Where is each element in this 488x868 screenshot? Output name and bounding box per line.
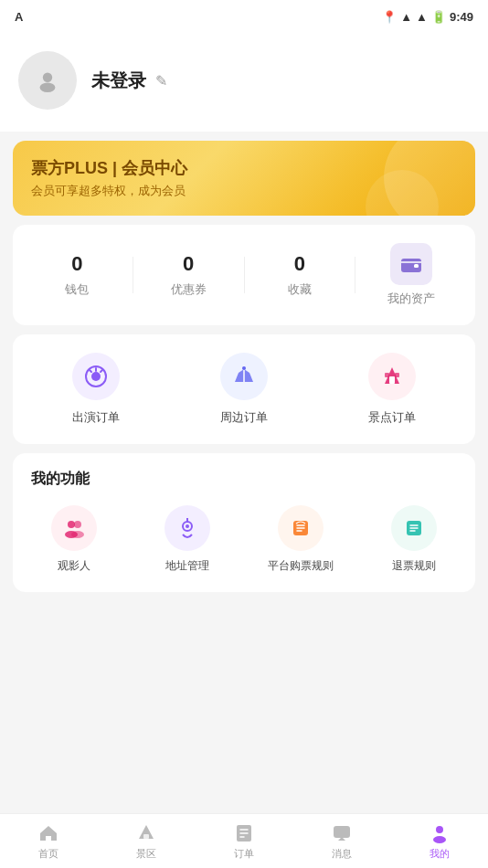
membership-title: 票方PLUS | 会员中心 (31, 157, 457, 179)
svg-rect-18 (143, 834, 149, 839)
asset-label: 我的资产 (387, 291, 435, 307)
orders-section: 出演订单 周边订单 景点订单 (13, 334, 475, 444)
time-display: 9:49 (450, 10, 473, 24)
mine-icon (429, 822, 451, 844)
collection-label: 收藏 (288, 281, 312, 298)
function-ticket-rules[interactable]: 平台购票规则 (264, 505, 337, 574)
nav-message-label: 消息 (332, 847, 352, 861)
svg-rect-8 (385, 373, 389, 377)
bottom-nav: 首页 景区 订单 消息 我的 (0, 813, 488, 868)
nav-orders-label: 订单 (234, 847, 254, 861)
nav-home[interactable]: 首页 (0, 817, 98, 866)
stats-card: 0 钱包 0 优惠券 0 收藏 我的资产 (13, 225, 475, 325)
merchandise-icon-bg (220, 353, 268, 400)
profile-name: 未登录 (91, 69, 146, 93)
svg-point-22 (433, 836, 446, 843)
refund-rules-label: 退票规则 (392, 558, 436, 574)
nav-orders[interactable]: 订单 (196, 817, 293, 866)
orders-icon (233, 822, 255, 844)
refund-rules-icon (402, 516, 426, 540)
nav-scenic[interactable]: 景区 (98, 817, 196, 866)
svg-point-6 (242, 366, 246, 370)
svg-rect-3 (414, 264, 419, 268)
status-right-icons: 📍 ▲ ▲ 🔋 9:49 (382, 10, 473, 24)
message-icon (331, 822, 353, 844)
address-icon (175, 516, 199, 540)
stat-collection[interactable]: 0 收藏 (245, 252, 355, 298)
functions-section: 我的功能 观影人 (13, 453, 475, 592)
bottom-spacer (0, 601, 488, 619)
svg-point-10 (68, 521, 75, 528)
stat-wallet[interactable]: 0 钱包 (22, 252, 133, 298)
asset-icon-box (390, 243, 432, 285)
viewer-icon-bg (51, 505, 97, 551)
svg-point-21 (436, 826, 443, 833)
attraction-icon-bg (368, 353, 416, 400)
scenic-icon (135, 822, 157, 844)
performance-label: 出演订单 (72, 409, 120, 426)
merchandise-icon (231, 364, 257, 389)
ticket-rules-icon-bg (278, 505, 324, 551)
svg-point-1 (40, 83, 56, 92)
membership-subtitle: 会员可享超多特权，成为会员 (31, 183, 457, 199)
collection-value: 0 (294, 252, 305, 276)
status-bar: A 📍 ▲ ▲ 🔋 9:49 (0, 0, 488, 33)
address-icon-bg (164, 505, 210, 551)
location-icon: 📍 (382, 10, 397, 24)
nav-message[interactable]: 消息 (292, 817, 390, 866)
battery-icon: 🔋 (431, 10, 446, 24)
performance-icon (83, 364, 109, 389)
function-viewer[interactable]: 观影人 (37, 505, 111, 574)
functions-title: 我的功能 (22, 470, 466, 489)
wallet-label: 钱包 (65, 281, 89, 298)
attraction-icon (379, 364, 405, 389)
svg-rect-9 (395, 373, 399, 377)
ticket-rules-label: 平台购票规则 (268, 558, 334, 574)
svg-point-15 (186, 524, 189, 528)
order-performance[interactable]: 出演订单 (22, 353, 170, 426)
function-address[interactable]: 地址管理 (151, 505, 224, 574)
order-merchandise[interactable]: 周边订单 (170, 353, 318, 426)
avatar[interactable] (18, 51, 77, 110)
function-refund-rules[interactable]: 退票规则 (377, 505, 451, 574)
membership-banner[interactable]: 票方PLUS | 会员中心 会员可享超多特权，成为会员 (13, 141, 475, 216)
wallet-icon (399, 252, 423, 276)
avatar-icon (36, 69, 59, 92)
coupon-value: 0 (183, 252, 194, 276)
nav-mine-label: 我的 (430, 847, 450, 861)
attraction-label: 景点订单 (368, 409, 416, 426)
home-icon (37, 822, 59, 844)
edit-icon[interactable]: ✎ (155, 72, 167, 90)
profile-section: 未登录 ✎ (0, 33, 488, 132)
wifi-icon: ▲ (400, 10, 412, 24)
viewer-label: 观影人 (58, 558, 90, 574)
order-attraction[interactable]: 景点订单 (318, 353, 466, 426)
nav-scenic-label: 景区 (136, 847, 156, 861)
main-content: 未登录 ✎ 票方PLUS | 会员中心 会员可享超多特权，成为会员 0 钱包 0… (0, 33, 488, 813)
signal-icon: ▲ (416, 10, 428, 24)
address-label: 地址管理 (165, 558, 209, 574)
refund-rules-icon-bg (391, 505, 437, 551)
coupon-label: 优惠券 (171, 281, 207, 298)
svg-point-11 (74, 521, 81, 528)
profile-info: 未登录 ✎ (91, 69, 167, 93)
merchandise-label: 周边订单 (220, 409, 268, 426)
nav-home-label: 首页 (38, 847, 58, 861)
wallet-value: 0 (71, 252, 82, 276)
viewer-icon (62, 516, 86, 540)
nav-mine[interactable]: 我的 (390, 817, 488, 866)
stat-asset[interactable]: 我的资产 (355, 243, 466, 307)
svg-rect-7 (389, 376, 395, 384)
status-app-label: A (15, 10, 23, 24)
stat-coupon[interactable]: 0 优惠券 (133, 252, 244, 298)
svg-rect-20 (334, 826, 350, 838)
ticket-rules-icon (289, 516, 313, 540)
functions-grid: 观影人 地址管理 (22, 505, 466, 574)
performance-icon-bg (72, 353, 120, 400)
svg-point-5 (91, 372, 101, 381)
svg-point-0 (43, 73, 52, 82)
svg-point-13 (71, 531, 84, 538)
